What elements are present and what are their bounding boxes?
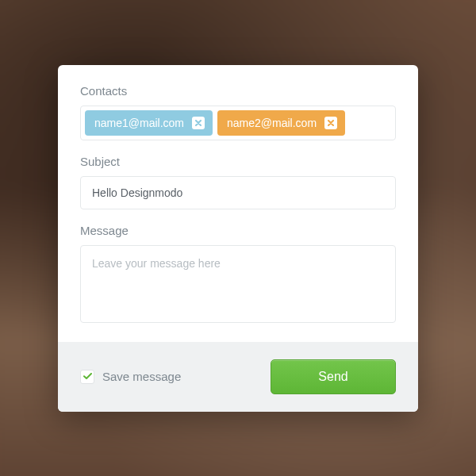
message-textarea[interactable] bbox=[80, 245, 396, 323]
contact-chip: name1@mail.com bbox=[85, 110, 213, 136]
compose-modal: Contacts name1@mail.com name2@mail.com S… bbox=[58, 65, 418, 412]
contacts-label: Contacts bbox=[80, 84, 396, 98]
modal-footer: Save message Send bbox=[58, 342, 418, 412]
save-message-label: Save message bbox=[102, 370, 181, 383]
contact-chip-email: name1@mail.com bbox=[94, 117, 184, 129]
contact-chip: name2@mail.com bbox=[217, 110, 345, 136]
message-label: Message bbox=[80, 224, 396, 237]
checkbox-box bbox=[80, 370, 94, 384]
subject-input[interactable] bbox=[80, 176, 396, 209]
modal-body: Contacts name1@mail.com name2@mail.com S… bbox=[58, 65, 418, 342]
check-icon bbox=[83, 373, 92, 380]
contacts-input[interactable]: name1@mail.com name2@mail.com bbox=[80, 106, 396, 140]
save-message-checkbox[interactable]: Save message bbox=[80, 370, 181, 384]
remove-contact-icon[interactable] bbox=[192, 117, 205, 129]
remove-contact-icon[interactable] bbox=[324, 117, 337, 129]
send-button[interactable]: Send bbox=[271, 359, 396, 394]
contact-chip-email: name2@mail.com bbox=[227, 117, 317, 129]
subject-label: Subject bbox=[80, 155, 396, 168]
